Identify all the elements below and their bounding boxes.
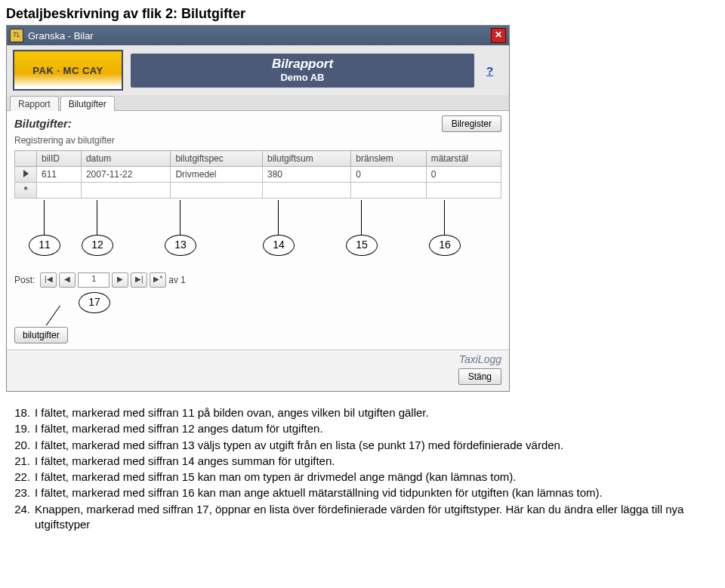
callout-17-wrap: 17 bilutgifter (14, 292, 501, 342)
nav-current[interactable]: 1 (78, 272, 110, 288)
bilutgifter-grid: bilID datum bilutgiftspec bilutgiftsum b… (14, 150, 501, 199)
cell-spec[interactable]: Drivmedel (171, 167, 263, 183)
item-num: 20. (6, 438, 35, 453)
list-item: 18. I fältet, markerad med siffran 11 på… (6, 405, 719, 420)
bilregister-button[interactable]: Bilregister (442, 115, 501, 132)
tab-rapport[interactable]: Rapport (10, 96, 59, 111)
window-title: Granska - Bilar (28, 30, 491, 42)
item-text: I fältet, markerad med siffran 15 kan ma… (35, 469, 719, 485)
item-text: I fältet, markerad med siffran 12 anges … (35, 421, 719, 436)
app-window: TL Granska - Bilar ✕ PAK · MC CAY Bilrap… (6, 25, 510, 392)
close-icon[interactable]: ✕ (491, 28, 506, 43)
col-datum[interactable]: datum (81, 151, 170, 167)
list-item: 20. I fältet, markerad med siffran 13 vä… (6, 438, 719, 453)
callout-11: 11 (29, 235, 60, 256)
cell-empty[interactable] (426, 183, 501, 199)
item-text: I fältet, markerad med siffran 16 kan ma… (35, 485, 719, 500)
callout-17: 17 (79, 292, 110, 313)
cell-bilid[interactable]: 611 (37, 167, 82, 183)
nav-new-icon[interactable]: ▶* (150, 272, 166, 288)
nav-prev-icon[interactable]: ◀ (59, 272, 76, 288)
callout-12: 12 (82, 235, 113, 256)
col-matar[interactable]: mätarstäl (426, 151, 501, 167)
table-row-new[interactable]: * (15, 183, 501, 199)
cell-empty[interactable] (351, 183, 426, 199)
nav-of-label: av (168, 275, 178, 285)
callouts-strip: 11 12 13 14 15 16 (14, 200, 501, 265)
item-num: 19. (6, 421, 35, 436)
panel-bilutgifter: Bilutgifter: Bilregister Registrering av… (7, 111, 509, 349)
col-branslem[interactable]: bränslem (351, 151, 426, 167)
section-title: Bilutgifter: (14, 117, 72, 130)
nav-last-icon[interactable]: ▶| (131, 272, 147, 288)
bilutgifter-small-button[interactable]: bilutgifter (14, 327, 68, 343)
col-bilid[interactable]: bilID (37, 151, 82, 167)
cell-empty[interactable] (171, 183, 263, 199)
cell-empty[interactable] (263, 183, 351, 199)
tabs: Rapport Bilutgifter (7, 95, 509, 111)
tab-bilutgifter[interactable]: Bilutgifter (60, 96, 115, 111)
table-row[interactable]: 611 2007-11-22 Drivmedel 380 0 0 (15, 167, 501, 183)
cell-matar[interactable]: 0 (426, 167, 501, 183)
record-navigator: Post: |◀ ◀ 1 ▶ ▶| ▶* av 1 (14, 272, 501, 288)
report-title: Bilrapport (131, 57, 474, 72)
cell-empty[interactable] (37, 183, 82, 199)
grid-corner (15, 151, 37, 167)
item-num: 18. (6, 405, 35, 420)
report-header: Bilrapport Demo AB (131, 54, 474, 88)
list-item: 23. I fältet, markerad med siffran 16 ka… (6, 485, 719, 500)
page-title: Detaljbeskrivning av flik 2: Bilutgifter (6, 6, 719, 22)
help-icon[interactable]: ? (482, 64, 503, 76)
item-num: 22. (6, 469, 35, 485)
list-item: 19. I fältet, markerad med siffran 12 an… (6, 421, 719, 436)
item-num: 21. (6, 454, 35, 469)
item-num: 24. (6, 502, 35, 533)
cell-sum[interactable]: 380 (263, 167, 351, 183)
grid-header-row: bilID datum bilutgiftspec bilutgiftsum b… (15, 151, 501, 167)
callout-13: 13 (165, 235, 196, 256)
nav-next-icon[interactable]: ▶ (112, 272, 128, 288)
col-spec[interactable]: bilutgiftspec (171, 151, 263, 167)
header-row: PAK · MC CAY Bilrapport Demo AB ? (7, 45, 509, 95)
row-pointer-icon (15, 167, 37, 183)
titlebar: TL Granska - Bilar ✕ (7, 26, 509, 45)
item-text: I fältet, markerad med siffran 14 anges … (35, 454, 719, 469)
nav-total: 1 (180, 275, 186, 285)
col-sum[interactable]: bilutgiftsum (263, 151, 351, 167)
item-text: I fältet, markerad med siffran 13 väljs … (35, 438, 719, 453)
nav-label: Post: (14, 275, 35, 285)
report-subtitle: Demo AB (131, 72, 474, 83)
cell-branslem[interactable]: 0 (351, 167, 426, 183)
cell-datum[interactable]: 2007-11-22 (81, 167, 170, 183)
close-button[interactable]: Stäng (458, 368, 501, 385)
list-item: 24. Knappen, markerad med siffran 17, öp… (6, 502, 719, 533)
footer-brand: TaxiLogg (458, 353, 501, 365)
item-text: Knappen, markerad med siffran 17, öppnar… (35, 502, 719, 533)
explanations-list: 18. I fältet, markerad med siffran 11 på… (6, 405, 719, 532)
item-num: 23. (6, 485, 35, 500)
section-subtext: Registrering av bilutgifter (14, 135, 501, 146)
item-text: I fältet, markerad med siffran 11 på bil… (35, 405, 719, 420)
window-footer: TaxiLogg Stäng (7, 349, 509, 391)
row-new-icon: * (15, 183, 37, 199)
list-item: 21. I fältet, markerad med siffran 14 an… (6, 454, 719, 469)
callout-16: 16 (429, 235, 461, 256)
logo: PAK · MC CAY (13, 50, 123, 91)
app-icon: TL (10, 29, 23, 42)
nav-first-icon[interactable]: |◀ (40, 272, 57, 288)
cell-empty[interactable] (81, 183, 170, 199)
list-item: 22. I fältet, markerad med siffran 15 ka… (6, 469, 719, 485)
callout-15: 15 (346, 235, 378, 256)
callout-14: 14 (263, 235, 295, 256)
